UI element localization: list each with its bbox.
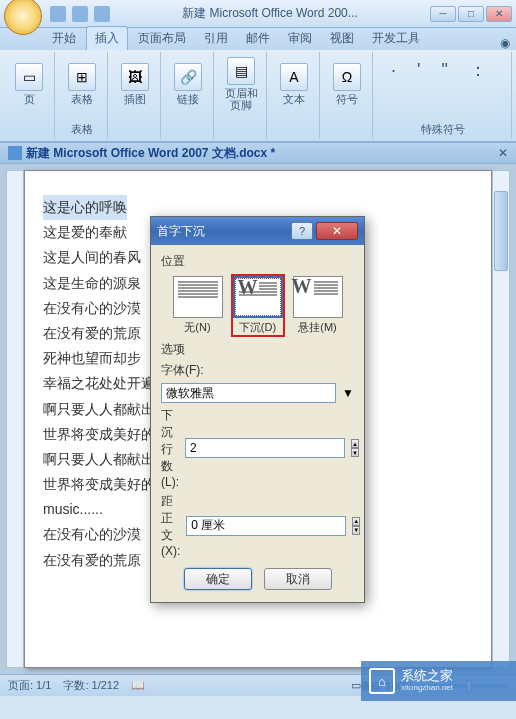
links-button[interactable]: 🔗 链接	[169, 54, 207, 114]
picture-icon: 🖼	[121, 63, 149, 91]
vertical-ruler	[6, 170, 24, 668]
scroll-thumb[interactable]	[494, 191, 508, 271]
lines-up-icon[interactable]: ▲	[351, 439, 359, 448]
help-icon[interactable]: ◉	[500, 36, 510, 50]
position-dropped[interactable]: W 下沉(D)	[231, 274, 285, 337]
ok-button[interactable]: 确定	[184, 568, 252, 590]
dialog-close-button[interactable]: ✕	[316, 222, 358, 240]
table-group-label: 表格	[71, 122, 93, 137]
tab-mail[interactable]: 邮件	[238, 27, 278, 50]
illustration-button[interactable]: 🖼 插图	[116, 54, 154, 114]
close-button[interactable]: ✕	[486, 6, 512, 22]
lines-input[interactable]	[185, 438, 345, 458]
page-button[interactable]: ▭ 页	[10, 54, 48, 114]
qat-redo-icon[interactable]	[94, 6, 110, 22]
vertical-scrollbar[interactable]	[492, 170, 510, 668]
dialog-help-button[interactable]: ?	[291, 222, 313, 240]
table-icon: ⊞	[68, 63, 96, 91]
doc-line[interactable]: 这是心的呼唤	[43, 195, 127, 220]
font-label: 字体(F):	[161, 362, 239, 379]
doc-close-icon[interactable]: ✕	[498, 146, 508, 160]
tab-home[interactable]: 开始	[44, 27, 84, 50]
office-button[interactable]	[4, 0, 42, 35]
dropdown-icon[interactable]: ▼	[342, 386, 354, 400]
distance-down-icon[interactable]: ▼	[352, 526, 360, 535]
status-words[interactable]: 字数: 1/212	[63, 678, 119, 693]
position-none[interactable]: 无(N)	[171, 274, 225, 337]
symbol-button[interactable]: Ω 符号	[328, 54, 366, 114]
window-title: 新建 Microsoft Office Word 200...	[110, 5, 430, 22]
tab-references[interactable]: 引用	[196, 27, 236, 50]
tab-review[interactable]: 审阅	[280, 27, 320, 50]
text-button[interactable]: A 文本	[275, 54, 313, 114]
text-icon: A	[280, 63, 308, 91]
watermark-icon: ⌂	[369, 668, 395, 694]
minimize-button[interactable]: ─	[430, 6, 456, 22]
link-icon: 🔗	[174, 63, 202, 91]
position-margin[interactable]: W 悬挂(M)	[291, 274, 345, 337]
distance-up-icon[interactable]: ▲	[352, 517, 360, 526]
cancel-button[interactable]: 取消	[264, 568, 332, 590]
table-button[interactable]: ⊞ 表格	[63, 54, 101, 114]
dialog-title: 首字下沉	[157, 223, 291, 240]
omega-icon: Ω	[333, 63, 361, 91]
status-page[interactable]: 页面: 1/1	[8, 678, 51, 693]
distance-label: 距正文(X):	[161, 493, 180, 558]
tab-view[interactable]: 视图	[322, 27, 362, 50]
document-name: 新建 Microsoft Office Word 2007 文档.docx *	[26, 145, 498, 162]
doc-icon	[8, 146, 22, 160]
options-label: 选项	[161, 341, 354, 358]
tab-insert[interactable]: 插入	[86, 26, 128, 50]
page-icon: ▭	[15, 63, 43, 91]
tab-dev[interactable]: 开发工具	[364, 27, 428, 50]
qat-undo-icon[interactable]	[72, 6, 88, 22]
drop-cap-dialog: 首字下沉 ? ✕ 位置 无(N) W 下沉(D) W	[150, 216, 365, 603]
header-footer-button[interactable]: ▤ 页眉和页脚	[222, 54, 260, 114]
watermark: ⌂ 系统之家 xitongzhan.net	[361, 661, 516, 701]
qat-save-icon[interactable]	[50, 6, 66, 22]
tab-layout[interactable]: 页面布局	[130, 27, 194, 50]
lines-down-icon[interactable]: ▼	[351, 448, 359, 457]
position-label: 位置	[161, 253, 354, 270]
maximize-button[interactable]: □	[458, 6, 484, 22]
distance-input[interactable]	[186, 516, 346, 536]
special-group-label: 特殊符号	[421, 122, 465, 137]
status-lang-icon[interactable]: 📖	[131, 679, 145, 692]
header-icon: ▤	[227, 57, 255, 85]
font-select[interactable]	[161, 383, 336, 403]
lines-label: 下沉行数(L):	[161, 407, 179, 489]
special-chars[interactable]: · ' " ：	[387, 54, 499, 86]
